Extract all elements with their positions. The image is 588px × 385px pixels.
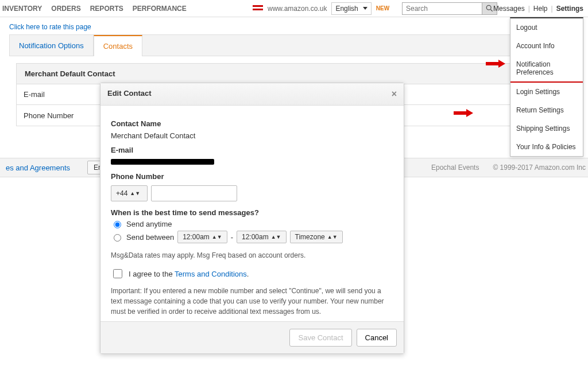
nav-performance[interactable]: PERFORMANCE <box>133 5 187 13</box>
nav-reports[interactable]: REPORTS <box>90 5 123 13</box>
search-input[interactable] <box>402 2 482 15</box>
radio-send-between[interactable] <box>114 234 121 242</box>
when-question: When is the best time to send messages? <box>111 208 393 217</box>
settings-item-account-info[interactable]: Account Info <box>510 37 583 55</box>
language-select[interactable]: English <box>331 2 371 15</box>
settings-item-return-settings[interactable]: Return Settings <box>510 101 583 119</box>
settings-item-login-settings[interactable]: Login Settings <box>510 83 583 101</box>
search-icon <box>486 5 493 12</box>
top-navbar: INVENTORY ORDERS REPORTS PERFORMANCE www… <box>0 0 588 17</box>
time-from-select[interactable]: 12:00am▲▼ <box>177 231 227 243</box>
footer-left-link[interactable]: es and Agreements <box>6 164 70 172</box>
contact-name-value: Merchant Default Contact <box>111 131 393 140</box>
messages-link[interactable]: Messages <box>493 5 525 13</box>
save-contact-button[interactable]: Save Contact <box>289 329 351 347</box>
domain-label: www.amazon.co.uk <box>268 5 327 13</box>
caret-down-icon <box>363 7 368 10</box>
svg-line-1 <box>490 9 492 11</box>
contact-name-label: Contact Name <box>111 119 393 128</box>
modal-close-icon[interactable]: × <box>392 89 397 99</box>
msg-rates-note: Msg&Data rates may apply. Msg Freq based… <box>111 251 393 259</box>
svg-point-0 <box>486 5 491 10</box>
time-to-select[interactable]: 12:00am▲▼ <box>237 231 287 243</box>
agree-checkbox[interactable] <box>113 269 122 278</box>
settings-item-notification-preferences[interactable]: Notification Preferences <box>510 55 583 83</box>
new-badge: NEW <box>376 5 389 11</box>
radio-anytime-label: Send anytime <box>126 220 172 228</box>
time-dash: - <box>231 233 233 242</box>
radio-between-label: Send between <box>126 233 174 242</box>
footer-epochal[interactable]: Epochal Events <box>431 164 479 172</box>
email-label: E-mail <box>111 146 393 154</box>
edit-contact-modal: Edit Contact × Contact Name Merchant Def… <box>100 83 404 354</box>
settings-item-shipping-settings[interactable]: Shipping Settings <box>510 119 583 138</box>
phone-label: Phone Number <box>111 172 393 181</box>
settings-item-your-info-policies[interactable]: Your Info & Policies <box>510 138 583 156</box>
nav-orders[interactable]: ORDERS <box>51 5 80 13</box>
settings-item-logout[interactable]: Logout <box>510 18 583 37</box>
row-phone-label: Phone Number <box>24 111 74 120</box>
country-code-select[interactable]: +44 ▲▼ <box>111 185 148 201</box>
cancel-button[interactable]: Cancel <box>357 329 397 347</box>
country-code-value: +44 <box>116 189 127 197</box>
tabs: Notification Options Contacts <box>9 34 579 56</box>
terms-link[interactable]: Terms and Conditions <box>175 270 247 278</box>
nav-inventory[interactable]: INVENTORY <box>2 5 42 13</box>
email-value-redacted <box>111 159 214 165</box>
agree-text-post: . <box>247 270 249 278</box>
help-link[interactable]: Help <box>533 5 548 13</box>
section-title: Merchant Default Contact <box>17 64 571 84</box>
language-value: English <box>335 5 358 13</box>
important-note: Important: If you entered a new mobile n… <box>111 286 393 317</box>
phone-number-input[interactable] <box>151 185 237 201</box>
tab-contacts[interactable]: Contacts <box>94 35 142 56</box>
uk-flag-icon <box>253 5 263 12</box>
timezone-select[interactable]: Timezone▲▼ <box>290 231 343 243</box>
radio-send-anytime[interactable] <box>114 221 121 228</box>
rate-page-link[interactable]: Click here to rate this page <box>9 23 91 31</box>
tab-notification-options[interactable]: Notification Options <box>10 36 94 56</box>
footer-copyright: © 1999-2017 Amazon.com Inc <box>493 164 586 172</box>
settings-link[interactable]: Settings <box>556 5 583 13</box>
modal-title: Edit Contact <box>107 89 152 99</box>
agree-text-pre: I agree to the <box>129 270 175 278</box>
settings-dropdown: Logout Account Info Notification Prefere… <box>510 17 583 157</box>
row-email-label: E-mail <box>24 90 45 99</box>
primary-menu: INVENTORY ORDERS REPORTS PERFORMANCE <box>2 5 187 13</box>
